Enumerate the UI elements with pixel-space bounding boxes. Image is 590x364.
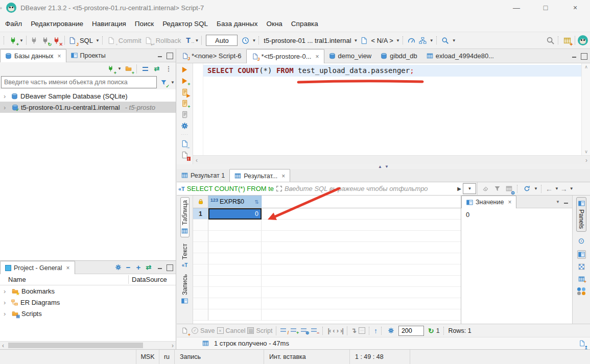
last-row-icon[interactable]: ›| xyxy=(340,327,343,334)
tree-row-t5-prostore[interactable]: › ✓ t5-prostore-01.ru-central1.internal … xyxy=(0,102,176,113)
connection-selector-dropdown[interactable]: ▼ xyxy=(354,38,358,43)
filter-settings-icon[interactable]: ✓ xyxy=(158,77,169,87)
customize-grid-icon[interactable]: ⚙ xyxy=(504,184,514,194)
scrollbar-thumb[interactable] xyxy=(8,343,143,348)
references-panel-icon[interactable]: ⊙ xyxy=(578,236,585,246)
project-row-scripts[interactable]: › ▤ Scripts xyxy=(0,308,176,319)
filter-history-dropdown[interactable]: ▼ xyxy=(463,183,476,194)
expand-chevron-icon[interactable]: › xyxy=(4,104,9,111)
sql-statement[interactable]: SELECT COUNT(*) FROM test_upload_data.pa… xyxy=(207,66,414,75)
splitter-down-icon[interactable]: ▼ xyxy=(385,165,389,169)
panel-minimize-icon[interactable] xyxy=(157,264,163,271)
editor-minimize-icon[interactable] xyxy=(571,53,578,59)
panel-minimize-icon[interactable] xyxy=(563,199,570,205)
menu-navigation[interactable]: Навигация xyxy=(92,20,126,28)
nav-back-icon[interactable]: ← xyxy=(546,185,553,193)
scroll-up-icon[interactable]: ∧ xyxy=(582,64,590,69)
close-button[interactable]: × xyxy=(563,0,587,15)
collapse-all-icon[interactable] xyxy=(140,64,150,74)
dbeaver-perspective-icon[interactable] xyxy=(578,35,588,45)
analyze-plan-gear-icon[interactable] xyxy=(180,121,190,130)
result-grid[interactable]: 123 EXPR$0 ⇅ 1 0 xyxy=(193,196,461,324)
selected-cell[interactable]: 0 xyxy=(208,208,262,220)
grid-empty-row[interactable] xyxy=(193,298,461,309)
menu-search[interactable]: Поиск xyxy=(135,20,154,28)
disconnect-icon[interactable]: ✕ xyxy=(52,35,62,45)
tab-databases[interactable]: Базы данных × xyxy=(0,49,66,62)
sql-editor[interactable]: SELECT COUNT(*) FROM test_upload_data.pa… xyxy=(193,63,590,155)
view-menu-icon[interactable]: ⋮ xyxy=(163,64,174,74)
grid-empty-row[interactable] xyxy=(193,309,461,321)
menu-sql-editor[interactable]: Редактор SQL xyxy=(162,20,208,28)
column-header-expr0[interactable]: 123 EXPR$0 ⇅ xyxy=(208,196,262,208)
grid-empty-row[interactable] xyxy=(193,264,461,276)
execute-script-new-tab-icon[interactable]: + xyxy=(180,99,190,108)
tab-result-2-active[interactable]: Результат... × xyxy=(229,169,290,182)
tree-row-sample-db[interactable]: › DBeaver Sample Database (SQLite) xyxy=(0,90,176,102)
nav-forward-icon[interactable]: → xyxy=(560,185,568,193)
minimize-button[interactable]: — xyxy=(505,0,528,15)
add-row-icon[interactable]: + xyxy=(290,327,298,334)
tab-close-icon[interactable]: × xyxy=(58,53,61,60)
quick-search-icon[interactable] xyxy=(545,35,555,45)
sql-editor-icon[interactable]: J xyxy=(67,35,78,45)
link-editor-icon[interactable]: ⇄ xyxy=(152,64,162,74)
tab-demo-view[interactable]: demo_view xyxy=(324,49,376,63)
tab-close-icon[interactable]: × xyxy=(508,199,511,206)
reconnect-icon[interactable]: ↻ xyxy=(40,35,51,45)
schema-icon[interactable] xyxy=(359,35,369,45)
transaction-log-icon[interactable]: T˙˙ xyxy=(183,35,194,45)
tab-close-icon[interactable]: × xyxy=(66,264,69,272)
calc-panel-icon[interactable] xyxy=(578,263,585,270)
presentation-tab-grid[interactable]: Таблица xyxy=(180,197,190,237)
fetch-size-input[interactable] xyxy=(398,326,424,336)
refresh-icon[interactable] xyxy=(522,184,532,194)
project-row-er-diagrams[interactable]: › ER Diagrams xyxy=(0,297,176,308)
editor-hscrollbar[interactable]: ‹ › xyxy=(193,155,590,164)
validate-script-icon[interactable]: ! xyxy=(180,150,190,159)
search-metadata-icon[interactable] xyxy=(440,35,451,45)
value-viewer-panel-icon[interactable] xyxy=(577,250,586,259)
presentation-tab-record[interactable]: Запись xyxy=(181,274,188,304)
project-settings-gear-icon[interactable] xyxy=(113,262,123,273)
tab-result-1[interactable]: Результат 1 xyxy=(177,169,229,182)
tab-gibdd-db[interactable]: gibdd_db xyxy=(376,49,422,63)
first-row-icon[interactable]: |‹ xyxy=(327,327,331,334)
presentation-tab-text[interactable]: Текст «T xyxy=(181,244,188,268)
execute-statement-icon[interactable] xyxy=(180,65,190,74)
value-panel-content[interactable]: 0 xyxy=(461,208,572,324)
row-header-corner[interactable] xyxy=(193,196,208,208)
new-folder-icon[interactable]: + xyxy=(123,64,133,74)
grid-settings-gear-icon[interactable] xyxy=(386,326,396,336)
apply-filter-icon[interactable]: ▶ xyxy=(457,186,461,191)
tab-value[interactable]: Значение × xyxy=(461,196,516,208)
caret-position-indicator[interactable]: 1 : 49 : 48 xyxy=(349,350,410,364)
maximize-button[interactable]: □ xyxy=(534,0,557,15)
new-connection-icon[interactable]: + xyxy=(8,35,18,45)
scroll-left-icon[interactable]: ‹ xyxy=(2,342,4,349)
column-name[interactable]: Name xyxy=(8,276,26,283)
transaction-clock-icon[interactable] xyxy=(240,35,250,45)
splitter-up-icon[interactable]: ▲ xyxy=(378,165,382,169)
metadata-panel-icon[interactable]: + xyxy=(577,275,585,283)
select-row-icon[interactable]: ⋯ xyxy=(359,327,365,334)
export-result-icon[interactable]: → xyxy=(180,139,190,148)
scroll-right-icon[interactable]: › xyxy=(585,157,587,164)
task-hierarchy-icon[interactable] xyxy=(418,35,428,45)
new-connection-dropdown[interactable]: ▼ xyxy=(19,38,23,43)
column-filter-sort-icon[interactable]: ⇅ xyxy=(255,199,259,205)
new-connection-icon[interactable]: + xyxy=(105,64,115,74)
editor-vscrollbar[interactable]: ∧ ∨ xyxy=(581,63,590,155)
aggregate-panel-icon[interactable] xyxy=(577,287,586,295)
panel-minimize-icon[interactable] xyxy=(157,52,163,59)
tab-project-general[interactable]: Project - General × xyxy=(0,261,75,274)
filter-input[interactable]: «T SELECT COUNT(*) FROM te Введите SQL в… xyxy=(177,182,463,195)
menu-windows[interactable]: Окна xyxy=(266,20,282,28)
editor-maximize-icon[interactable] xyxy=(581,53,587,60)
insert-mode-indicator[interactable]: Инт. вставка xyxy=(264,350,349,364)
panels-toggle-tab[interactable]: Panels xyxy=(576,197,586,232)
scroll-right-icon[interactable]: › xyxy=(172,342,174,349)
panel-maximize-icon[interactable] xyxy=(167,53,173,59)
grid-empty-row[interactable] xyxy=(193,220,461,231)
commit-mode-button[interactable]: Auto xyxy=(206,35,238,46)
